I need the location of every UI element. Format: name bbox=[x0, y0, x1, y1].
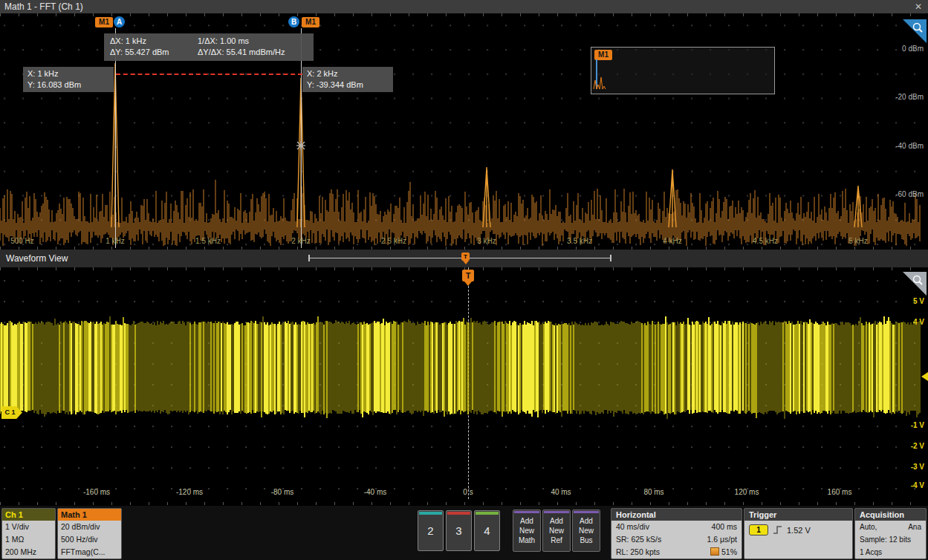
delta-y-over-x-value: ΔY/ΔX: 55.41 mdBm/Hz bbox=[198, 47, 285, 58]
fft-x-tick: 500 Hz bbox=[10, 237, 34, 245]
oscilloscope-screen: Math 1 - FFT (Ch 1) ✕ M1 A B M1 ΔX: 1 kH… bbox=[0, 0, 928, 560]
cursor-a-line[interactable] bbox=[115, 28, 116, 248]
cursor-delta-readout: ΔX: 1 kHz 1/ΔX: 1.00 ms ΔY: 55.427 dBm Δ… bbox=[104, 33, 314, 61]
channel-4-button[interactable]: 4 bbox=[474, 510, 500, 551]
acquisition-count: 1 Acqs bbox=[860, 546, 882, 559]
math-1-badge-title: Math 1 bbox=[58, 509, 121, 521]
add-new-bus-line1: Add bbox=[573, 516, 600, 526]
cursor-b-badge[interactable]: B bbox=[288, 16, 299, 27]
bus-color-stripe bbox=[574, 511, 599, 513]
channel-2-color-stripe bbox=[419, 512, 442, 515]
waveform-graticule: T C 1 5 V 4 V -1 V -2 V -3 V -4 V -160 m… bbox=[0, 267, 928, 505]
math-1-hscale: 500 Hz/div bbox=[58, 533, 121, 546]
wave-y-tick: 4 V bbox=[895, 318, 924, 327]
zoom-ratio: 51% bbox=[710, 546, 737, 559]
wave-x-tick: 40 ms bbox=[551, 488, 571, 496]
add-new-math-line1: Add bbox=[513, 516, 540, 526]
sample-bits: Sample: 12 bits bbox=[860, 533, 911, 546]
pan-strip-line bbox=[308, 258, 611, 258]
add-new-math-button[interactable]: Add New Math bbox=[513, 509, 541, 552]
m1-preview-box[interactable]: M1 bbox=[591, 47, 775, 94]
horizontal-panel-title: Horizontal bbox=[611, 509, 742, 521]
cursor-y-level-line bbox=[116, 74, 302, 75]
math-1-badge[interactable]: Math 1 20 dBm/div 500 Hz/div FFTmag(C... bbox=[57, 508, 122, 559]
channel-1-bandwidth: 200 MHz bbox=[2, 546, 55, 559]
channel-1-scale: 1 V/div bbox=[2, 521, 55, 533]
fft-x-tick: 3.5 kHz bbox=[567, 237, 592, 245]
channel-1-level-arrow-icon[interactable] bbox=[921, 372, 928, 381]
zoom-ratio-icon bbox=[710, 547, 719, 556]
trigger-indicator[interactable]: T bbox=[462, 270, 474, 281]
channel-1-waveform bbox=[0, 267, 928, 505]
add-new-ref-line2: New bbox=[543, 526, 570, 535]
trigger-source-badge: 1 bbox=[749, 524, 768, 535]
channel-1-badge[interactable]: Ch 1 1 V/div 1 MΩ 200 MHz bbox=[1, 508, 56, 559]
cursor-b-x-value: X: 2 kHz bbox=[307, 68, 389, 79]
ref-color-stripe bbox=[544, 511, 569, 513]
cursor-b-handle-icon[interactable] bbox=[296, 140, 306, 151]
close-icon[interactable]: ✕ bbox=[915, 0, 922, 13]
channel-2-label: 2 bbox=[418, 524, 443, 537]
add-new-bus-line2: New bbox=[573, 526, 600, 535]
channel-1-badge-title: Ch 1 bbox=[2, 509, 55, 521]
channel-3-button[interactable]: 3 bbox=[446, 510, 472, 551]
sample-rate: SR: 625 kS/s bbox=[616, 533, 661, 546]
wave-y-tick: 5 V bbox=[895, 297, 924, 306]
cursor-a-readout: X: 1 kHz Y: 16.083 dBm bbox=[23, 67, 114, 92]
fft-y-tick: 0 dBm bbox=[879, 45, 924, 53]
cursor-a-badge[interactable]: A bbox=[114, 16, 125, 27]
pan-strip-right-cap bbox=[610, 255, 611, 261]
fft-x-tick: 1.5 kHz bbox=[195, 237, 221, 245]
cursor-b-m1-badge[interactable]: M1 bbox=[302, 17, 319, 27]
record-length: RL: 250 kpts bbox=[616, 546, 660, 559]
wave-x-tick: 120 ms bbox=[735, 488, 759, 496]
cursor-a-m1-badge[interactable]: M1 bbox=[95, 17, 113, 27]
fft-x-tick: 5 kHz bbox=[848, 237, 868, 245]
sample-interval: 1.6 μs/pt bbox=[707, 533, 738, 546]
wave-y-tick: -1 V bbox=[895, 421, 924, 430]
fft-x-tick: 1 kHz bbox=[106, 237, 125, 245]
wave-y-tick: -4 V bbox=[895, 481, 924, 490]
wave-x-tick: -40 ms bbox=[364, 488, 387, 496]
acquisition-mode-extra: Ana bbox=[908, 521, 921, 533]
cursor-b-readout: X: 2 kHz Y: -39.344 dBm bbox=[302, 67, 393, 92]
horizontal-scale: 40 ms/div bbox=[616, 521, 649, 533]
rising-edge-icon bbox=[773, 525, 782, 535]
fft-x-tick: 3 kHz bbox=[477, 237, 496, 245]
fft-x-tick: 2 kHz bbox=[291, 237, 311, 245]
delta-y-value: ΔY: 55.427 dBm bbox=[110, 47, 198, 58]
fft-x-tick: 4.5 kHz bbox=[753, 237, 778, 245]
cursor-b-y-value: Y: -39.344 dBm bbox=[307, 79, 389, 91]
trigger-level: 1.52 V bbox=[787, 526, 811, 535]
add-new-bus-line3: Bus bbox=[573, 535, 600, 545]
wave-x-tick: -160 ms bbox=[83, 488, 110, 496]
badge-bar: Ch 1 1 V/div 1 MΩ 200 MHz Math 1 20 dBm/… bbox=[0, 505, 928, 560]
channel-4-color-stripe bbox=[476, 512, 499, 515]
add-new-ref-button[interactable]: Add New Ref bbox=[542, 509, 571, 552]
trigger-panel[interactable]: Trigger 1 1.52 V bbox=[744, 508, 853, 559]
acquisition-mode: Auto, bbox=[860, 521, 877, 533]
pan-strip-left-cap bbox=[308, 255, 310, 261]
wave-x-tick: 160 ms bbox=[828, 488, 852, 496]
waveform-view-titlebar: Waveform View T bbox=[0, 250, 928, 267]
m1-preview-thumbnail bbox=[591, 48, 621, 92]
add-new-bus-button[interactable]: Add New Bus bbox=[572, 509, 600, 552]
horizontal-panel[interactable]: Horizontal 40 ms/div 400 ms SR: 625 kS/s… bbox=[611, 508, 742, 559]
fft-y-tick: -40 dBm bbox=[879, 142, 924, 151]
acquisition-panel[interactable]: Acquisition Auto, Ana Sample: 12 bits 1 … bbox=[854, 508, 927, 559]
trigger-position-marker[interactable]: T bbox=[461, 253, 470, 261]
wave-x-tick: 80 ms bbox=[643, 488, 663, 496]
fft-view-titlebar: Math 1 - FFT (Ch 1) ✕ bbox=[0, 0, 928, 13]
inverse-delta-x-value: 1/ΔX: 1.00 ms bbox=[198, 36, 249, 47]
horizontal-pan-strip[interactable]: T bbox=[308, 253, 611, 266]
cursor-b-line[interactable] bbox=[301, 28, 302, 248]
fft-y-tick: -60 dBm bbox=[879, 190, 924, 199]
wave-x-tick: 0 s bbox=[463, 488, 473, 496]
add-new-math-line2: New bbox=[513, 526, 540, 535]
trigger-panel-title: Trigger bbox=[744, 509, 852, 521]
cursor-a-x-value: X: 1 kHz bbox=[27, 68, 109, 79]
horizontal-window: 400 ms bbox=[712, 521, 737, 533]
math-1-function: FFTmag(C... bbox=[58, 546, 121, 559]
channel-2-button[interactable]: 2 bbox=[418, 510, 444, 551]
delta-x-value: ΔX: 1 kHz bbox=[110, 36, 198, 47]
